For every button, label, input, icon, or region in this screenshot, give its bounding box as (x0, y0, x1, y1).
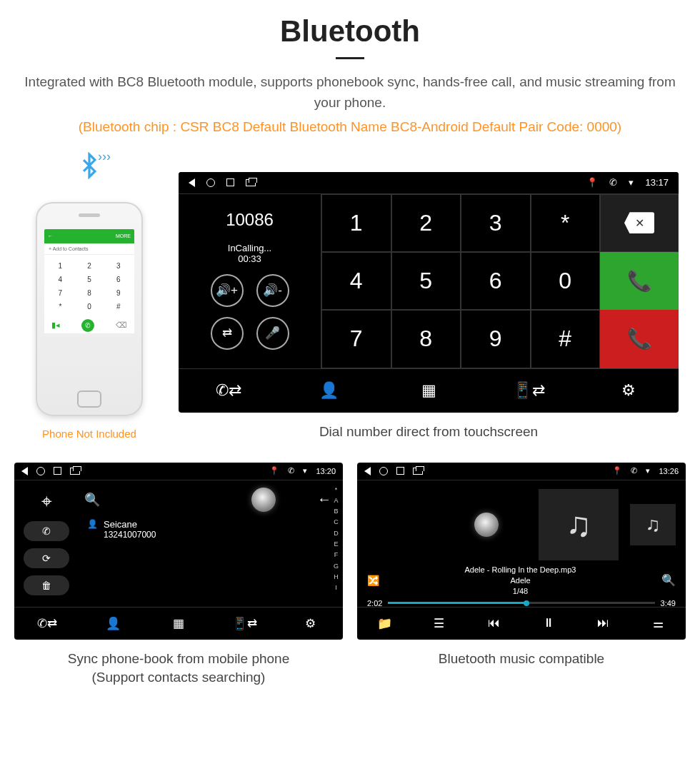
clock: 13:20 (316, 467, 336, 475)
call-button[interactable]: 📞 (600, 252, 679, 310)
key-2[interactable]: 2 (391, 194, 461, 252)
clock: 13:26 (659, 467, 679, 475)
key-0[interactable]: 0 (531, 252, 601, 310)
call-status-label: InCalling... (228, 243, 271, 253)
track-artist: Adele (386, 575, 654, 586)
bluetooth-spec: (Bluetooth chip : CSR BC8 Default Blueto… (0, 117, 700, 138)
sync-action-button[interactable]: ⟳ (24, 548, 69, 568)
equalizer-button[interactable]: ⚌ (631, 608, 686, 640)
key-8[interactable]: 8 (391, 310, 461, 368)
alpha-index[interactable]: *AB CDE FGH I (334, 485, 339, 594)
wifi-icon: ▾ (629, 177, 634, 188)
call-info-panel: 10086 InCalling... 00:33 🔊+ 🔊- ⇄ 🎤 (179, 194, 321, 368)
call-action-button[interactable]: ✆ (24, 521, 69, 541)
tab-contacts[interactable]: 👤 (279, 369, 379, 413)
time-elapsed: 2:02 (367, 599, 382, 608)
volume-down-button[interactable]: 🔊- (256, 274, 289, 307)
key-hash[interactable]: # (531, 310, 601, 368)
volume-up-button[interactable]: 🔊+ (211, 274, 244, 307)
bottom-tabs: ✆⇄ 👤 ▦ 📱⇄ ⚙ (14, 607, 343, 640)
phone-more-label: MORE (116, 233, 131, 238)
phone-status-icon: ✆ (288, 466, 294, 475)
tab-call-log[interactable]: ✆⇄ (14, 608, 80, 640)
key-6[interactable]: 6 (461, 252, 531, 310)
phone-status-icon: ✆ (609, 177, 617, 188)
nav-home-icon[interactable] (379, 467, 388, 475)
progress-bar[interactable] (388, 602, 654, 604)
nav-back-icon[interactable] (189, 178, 195, 187)
music-note-icon: ♫ (566, 505, 591, 544)
bottom-tabs: ✆⇄ 👤 ▦ 📱⇄ ⚙ (179, 368, 679, 413)
time-total: 3:49 (661, 599, 676, 608)
clock: 13:17 (645, 177, 669, 188)
location-icon: 📍 (612, 466, 622, 475)
call-duration: 00:33 (238, 253, 261, 264)
search-icon[interactable]: 🔍 (84, 492, 100, 508)
contact-name: Seicane (104, 519, 156, 530)
wifi-icon: ▾ (303, 466, 307, 475)
nav-split-icon[interactable] (413, 468, 423, 475)
play-pause-button[interactable]: ⏸ (521, 608, 576, 640)
key-4[interactable]: 4 (321, 252, 391, 310)
mic-button[interactable]: 🎤 (256, 317, 289, 350)
album-art-current: ♫ (539, 489, 619, 560)
backspace-button[interactable]: ✕ (600, 194, 679, 252)
head-unit-dialer: 📍 ✆ ▾ 13:17 10086 InCalling... 00:33 🔊+ … (179, 172, 679, 413)
tab-dialpad[interactable]: ▦ (146, 608, 211, 640)
person-icon: 👤 (87, 519, 98, 529)
tab-contacts[interactable]: 👤 (80, 608, 146, 640)
touch-indicator (474, 513, 499, 537)
phonebook-caption: Sync phone-book from mobile phone (Suppo… (14, 650, 343, 687)
transfer-audio-button[interactable]: ⇄ (211, 317, 244, 350)
location-icon: 📍 (586, 177, 598, 188)
mock-smartphone: ← MORE + Add to Contacts 123 456 789 *0#… (36, 202, 143, 416)
phone-status-icon: ✆ (631, 466, 637, 475)
tab-playlist[interactable]: ☰ (412, 608, 467, 640)
phonebook-panel: 📍 ✆ ▾ 13:20 ⌖ ✆ ⟳ 🗑 🔍 ← 👤 (14, 463, 343, 640)
nav-home-icon[interactable] (36, 467, 45, 475)
key-1[interactable]: 1 (321, 194, 391, 252)
search-button[interactable]: 🔍 (661, 573, 676, 587)
bluetooth-icon: ⌖ (41, 490, 52, 513)
shuffle-button[interactable]: 🔀 (367, 575, 379, 586)
add-to-contacts-row: + Add to Contacts (44, 243, 134, 255)
backspace-icon: ⌫ (116, 321, 127, 330)
tab-phone-sync[interactable]: 📱⇄ (479, 369, 579, 413)
page-title: Bluetooth (0, 14, 700, 49)
touch-indicator (251, 488, 276, 512)
location-icon: 📍 (269, 466, 279, 475)
key-9[interactable]: 9 (461, 310, 531, 368)
next-track-button[interactable]: ⏭ (576, 608, 631, 640)
contact-number: 13241007000 (104, 530, 156, 540)
prev-track-button[interactable]: ⏮ (466, 608, 521, 640)
key-3[interactable]: 3 (461, 194, 531, 252)
status-bar: 📍 ✆ ▾ 13:17 (179, 172, 679, 193)
nav-recent-icon[interactable] (396, 467, 404, 475)
tab-settings[interactable]: ⚙ (579, 369, 679, 413)
tab-settings[interactable]: ⚙ (277, 608, 343, 640)
tab-call-log[interactable]: ✆⇄ (179, 369, 279, 413)
delete-action-button[interactable]: 🗑 (24, 575, 69, 595)
nav-recent-icon[interactable] (54, 467, 61, 475)
key-5[interactable]: 5 (391, 252, 461, 310)
page-subtitle: Integrated with BC8 Bluetooth module, su… (0, 72, 700, 113)
phone-column: ››› ← MORE + Add to Contacts 123 456 789… (21, 152, 157, 440)
key-star[interactable]: * (531, 194, 601, 252)
contacts-list: 🔍 ← 👤 Seicane 13241007000 *AB CDE FGH I (79, 480, 343, 607)
phone-dialpad: 123 456 789 *0# (44, 255, 134, 318)
nav-split-icon[interactable] (246, 179, 256, 186)
nav-recent-icon[interactable] (226, 178, 234, 186)
track-title: Adele - Rolling In the Deep.mp3 (386, 565, 654, 575)
tab-phone-sync[interactable]: 📱⇄ (211, 608, 277, 640)
nav-back-icon[interactable] (21, 467, 28, 475)
wifi-icon: ▾ (646, 466, 650, 475)
nav-back-icon[interactable] (364, 467, 371, 475)
tab-folder[interactable]: 📁 (357, 608, 412, 640)
nav-home-icon[interactable] (206, 178, 215, 187)
phone-disclaimer: Phone Not Included (21, 428, 157, 440)
nav-split-icon[interactable] (70, 468, 80, 475)
hangup-button[interactable]: 📞 (600, 310, 679, 368)
tab-dialpad[interactable]: ▦ (379, 369, 479, 413)
key-7[interactable]: 7 (321, 310, 391, 368)
contact-row[interactable]: 👤 Seicane 13241007000 (84, 519, 337, 540)
